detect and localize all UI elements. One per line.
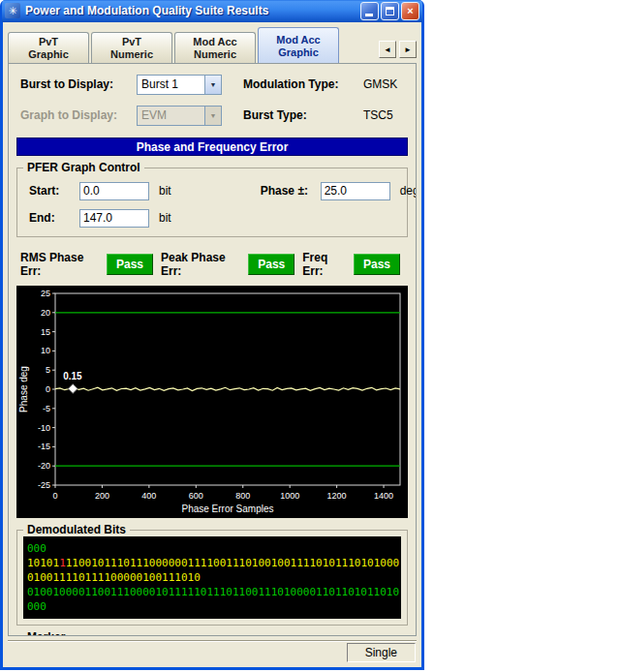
svg-text:400: 400: [141, 491, 156, 501]
bit-segment-yellow: 1100101110111000000111100111010010011110…: [66, 557, 399, 569]
graph-to-display-label: Graph to Display:: [20, 108, 137, 122]
bit-segment-green: 000: [27, 542, 46, 555]
tab-label: Graphic: [278, 46, 319, 59]
phase-limit-input[interactable]: [321, 182, 390, 200]
svg-text:0: 0: [46, 384, 50, 394]
tab-pvt-numeric[interactable]: PvT Numeric: [91, 32, 172, 64]
marker-group-title: Marker: [23, 630, 69, 636]
graph-to-display-combobox: EVM ▼: [137, 106, 222, 126]
modulation-type-label: Modulation Type:: [243, 77, 352, 91]
bit-line: 0100100001100111000010111110111011001110…: [27, 585, 397, 599]
demod-group-title: Demodulated Bits: [23, 523, 130, 536]
tab-label: Graphic: [28, 48, 69, 61]
tab-mod-acc-graphic[interactable]: Mod Acc Graphic: [258, 27, 339, 64]
chart-marker-diamond: [68, 383, 78, 393]
end-unit: bit: [159, 211, 171, 225]
peak-phase-err-label: Peak Phase Err:: [161, 251, 242, 278]
bit-segment-green: 0100100001100111000010111110111011001110…: [27, 586, 399, 598]
tab-body: Burst to Display: Burst 1 ▼ Modulation T…: [8, 63, 417, 636]
phase-limit-label: Phase ±:: [261, 184, 321, 198]
svg-text:0.15: 0.15: [63, 371, 82, 382]
demodulated-bits-group: Demodulated Bits 00010101111001011101110…: [16, 530, 408, 626]
start-input[interactable]: [79, 182, 149, 200]
svg-text:5: 5: [46, 365, 50, 375]
start-label: Start:: [29, 184, 79, 198]
svg-text:20: 20: [41, 308, 50, 318]
burst-to-display-value: Burst 1: [138, 77, 204, 91]
tab-strip: PvT Graphic PvT Numeric Mod Acc Numeric …: [8, 27, 417, 64]
bit-line: 000: [27, 541, 397, 556]
modulation-type-value: GMSK: [363, 77, 397, 91]
svg-text:-20: -20: [38, 461, 50, 471]
freq-err-label: Freq Err:: [302, 251, 348, 278]
minimize-button[interactable]: [360, 2, 379, 20]
svg-text:15: 15: [41, 327, 50, 337]
section-banner: Phase and Frequency Error: [16, 137, 408, 156]
bit-segment-red: 1: [59, 557, 66, 569]
svg-text:Phase Error Samples: Phase Error Samples: [181, 504, 273, 514]
svg-text:0: 0: [52, 491, 57, 501]
tab-label: PvT: [122, 36, 141, 48]
results-window: ✳ Power and Modulation Quality Suite Res…: [0, 0, 424, 670]
svg-text:-25: -25: [38, 480, 50, 490]
peak-phase-err-status-badge: Pass: [248, 254, 294, 275]
tab-mod-acc-numeric[interactable]: Mod Acc Numeric: [174, 32, 256, 64]
maximize-button[interactable]: [381, 2, 399, 20]
phase-limit-unit: deg: [400, 184, 417, 198]
tab-scroll-right-button[interactable]: ►: [399, 41, 417, 58]
tab-label: Mod Acc: [276, 34, 320, 46]
window-title: Power and Modulation Quality Suite Resul…: [25, 4, 358, 17]
close-button[interactable]: ×: [401, 2, 419, 20]
demodulated-bits-display: 0001010111100101110111000000111100111010…: [23, 536, 401, 619]
tab-label: PvT: [39, 36, 58, 48]
svg-text:1200: 1200: [327, 491, 347, 501]
burst-to-display-label: Burst to Display:: [20, 77, 137, 91]
trigger-mode-indicator: Single: [347, 643, 416, 662]
minimize-icon: [365, 14, 373, 16]
chevron-down-icon: ▼: [204, 107, 221, 125]
tab-scroll-left-button[interactable]: ◄: [379, 41, 396, 58]
end-label: End:: [29, 211, 79, 225]
bit-segment-yellow: 10101: [27, 557, 59, 569]
bit-line: 1010111100101110111000000111100111010010…: [27, 556, 397, 570]
svg-text:600: 600: [189, 491, 203, 501]
tab-label: Mod Acc: [193, 36, 236, 48]
pfer-graph-control-group: PFER Graph Control Start: bit Phase ±: d…: [16, 168, 408, 237]
bit-segment-yellow: 010011110111100000100111010: [27, 571, 201, 584]
phase-error-chart[interactable]: 2520151050-5-10-15-20-250200400600800100…: [16, 286, 408, 518]
tab-label: Numeric: [110, 48, 153, 61]
burst-to-display-combobox[interactable]: Burst 1 ▼: [137, 75, 222, 95]
svg-text:800: 800: [235, 491, 250, 501]
svg-text:10: 10: [41, 346, 50, 355]
bit-segment-green: 000: [27, 600, 46, 613]
close-icon: ×: [407, 5, 413, 16]
svg-text:-10: -10: [38, 423, 50, 433]
svg-text:Phase deg: Phase deg: [18, 366, 29, 412]
svg-text:-5: -5: [43, 404, 50, 413]
freq-err-status-badge: Pass: [354, 254, 400, 275]
tab-label: Numeric: [194, 48, 236, 61]
svg-text:200: 200: [95, 491, 109, 501]
arrow-right-icon: ►: [404, 46, 412, 54]
burst-type-value: TSC5: [363, 108, 393, 122]
svg-text:-15: -15: [38, 442, 50, 451]
graph-to-display-value: EVM: [138, 108, 204, 122]
title-bar[interactable]: ✳ Power and Modulation Quality Suite Res…: [2, 0, 422, 22]
pfer-group-title: PFER Graph Control: [23, 161, 144, 174]
maximize-icon: [386, 7, 394, 15]
end-input[interactable]: [79, 209, 149, 228]
arrow-left-icon: ◄: [384, 46, 391, 54]
status-bar: Single: [8, 640, 417, 664]
bit-line: 010011110111100000100111010: [27, 570, 397, 585]
svg-text:1400: 1400: [374, 491, 393, 501]
svg-text:1000: 1000: [280, 491, 299, 501]
bit-line: 000: [27, 599, 397, 614]
start-unit: bit: [159, 184, 171, 198]
rms-phase-err-status-badge: Pass: [107, 254, 153, 275]
app-icon: ✳: [5, 3, 20, 18]
burst-type-label: Burst Type:: [243, 108, 352, 122]
tab-pvt-graphic[interactable]: PvT Graphic: [8, 32, 89, 64]
rms-phase-err-label: RMS Phase Err:: [20, 251, 101, 278]
svg-text:25: 25: [41, 289, 50, 298]
chevron-down-icon[interactable]: ▼: [204, 76, 221, 94]
